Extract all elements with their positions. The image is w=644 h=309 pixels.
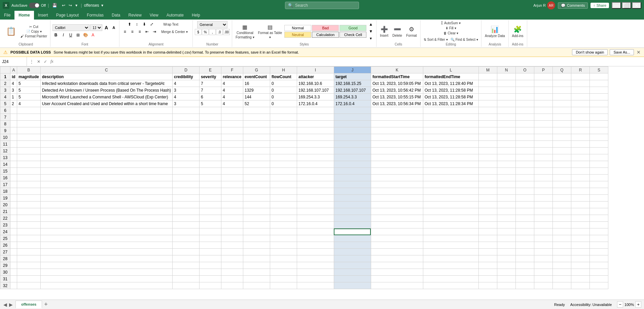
cell-j25[interactable] xyxy=(334,235,371,242)
row-num-22[interactable]: 22 xyxy=(0,215,10,222)
cell-l28[interactable] xyxy=(423,255,478,262)
row-num-11[interactable]: 11 xyxy=(0,141,10,148)
cell-g17[interactable] xyxy=(243,181,270,188)
cell-j24[interactable] xyxy=(334,228,371,235)
cell-o15[interactable] xyxy=(515,168,534,175)
cell-f31[interactable] xyxy=(221,276,243,282)
row-num-2[interactable]: 2 xyxy=(0,80,10,87)
cell-p26[interactable] xyxy=(534,242,552,249)
cell-s22[interactable] xyxy=(589,215,608,222)
cell-j28[interactable] xyxy=(334,255,371,262)
insert-function-button[interactable]: fx xyxy=(49,59,55,64)
cell-j17[interactable] xyxy=(334,181,371,188)
cell-i6[interactable] xyxy=(297,107,334,114)
conditional-formatting-button[interactable]: ▦ Conditional Formatting ▾ xyxy=(234,23,256,40)
cell-i26[interactable] xyxy=(297,242,334,249)
cell-f4[interactable]: 4 xyxy=(221,94,243,100)
cell-m27[interactable] xyxy=(478,249,497,255)
cell-o9[interactable] xyxy=(515,127,534,134)
cell-f17[interactable] xyxy=(221,181,243,188)
cell-a1[interactable]: id xyxy=(10,73,17,80)
cell-l1[interactable]: formattedEndTime xyxy=(423,73,478,80)
cell-p14[interactable] xyxy=(534,161,552,168)
cell-c19[interactable] xyxy=(40,195,172,202)
cell-q16[interactable] xyxy=(552,175,571,181)
cell-o32[interactable] xyxy=(515,282,534,289)
cell-j22[interactable] xyxy=(334,215,371,222)
cell-q31[interactable] xyxy=(552,276,571,282)
cell-l29[interactable] xyxy=(423,262,478,269)
cell-e30[interactable] xyxy=(199,269,221,276)
cell-n15[interactable] xyxy=(497,168,515,175)
cell-n3[interactable] xyxy=(497,87,515,94)
cell-f6[interactable] xyxy=(221,107,243,114)
cell-r14[interactable] xyxy=(571,161,589,168)
cell-n30[interactable] xyxy=(497,269,515,276)
analyze-data-button[interactable]: 📊 Analyze Data xyxy=(484,25,506,38)
cell-e9[interactable] xyxy=(199,127,221,134)
cell-b18[interactable] xyxy=(17,188,41,195)
cell-p29[interactable] xyxy=(534,262,552,269)
cell-q8[interactable] xyxy=(552,121,571,127)
cell-p21[interactable] xyxy=(534,208,552,215)
cell-d14[interactable] xyxy=(172,161,199,168)
cell-a24[interactable] xyxy=(10,228,17,235)
cell-p15[interactable] xyxy=(534,168,552,175)
cell-b26[interactable] xyxy=(17,242,41,249)
cell-s31[interactable] xyxy=(589,276,608,282)
cell-e21[interactable] xyxy=(199,208,221,215)
cell-o18[interactable] xyxy=(515,188,534,195)
cell-m16[interactable] xyxy=(478,175,497,181)
cell-d32[interactable] xyxy=(172,282,199,289)
cell-q30[interactable] xyxy=(552,269,571,276)
cell-n17[interactable] xyxy=(497,181,515,188)
cell-f3[interactable]: 4 xyxy=(221,87,243,94)
cell-h3[interactable]: 0 xyxy=(270,87,297,94)
cell-e28[interactable] xyxy=(199,255,221,262)
cell-b25[interactable] xyxy=(17,235,41,242)
cell-s2[interactable] xyxy=(589,80,608,87)
cell-h20[interactable] xyxy=(270,202,297,208)
cell-r10[interactable] xyxy=(571,134,589,141)
cell-s24[interactable] xyxy=(589,228,608,235)
cell-q20[interactable] xyxy=(552,202,571,208)
cell-k20[interactable] xyxy=(371,202,423,208)
cell-h9[interactable] xyxy=(270,127,297,134)
style-check-cell[interactable]: Check Cell xyxy=(339,32,366,38)
cell-r12[interactable] xyxy=(571,148,589,154)
cell-s19[interactable] xyxy=(589,195,608,202)
cell-o2[interactable] xyxy=(515,80,534,87)
cell-n9[interactable] xyxy=(497,127,515,134)
cell-l11[interactable] xyxy=(423,141,478,148)
cell-k2[interactable]: Oct 13, 2023, 10:59:05 PM xyxy=(371,80,423,87)
row-num-26[interactable]: 26 xyxy=(0,242,10,249)
expand-formula-button[interactable]: ⋮ xyxy=(28,59,35,64)
cell-c24[interactable] xyxy=(40,228,172,235)
cell-c30[interactable] xyxy=(40,269,172,276)
cell-g14[interactable] xyxy=(243,161,270,168)
cell-j18[interactable] xyxy=(334,188,371,195)
cell-f16[interactable] xyxy=(221,175,243,181)
cell-k14[interactable] xyxy=(371,161,423,168)
cell-k31[interactable] xyxy=(371,276,423,282)
col-header-f[interactable]: F xyxy=(221,67,243,73)
cell-p25[interactable] xyxy=(534,235,552,242)
cell-m24[interactable] xyxy=(478,228,497,235)
cell-i21[interactable] xyxy=(297,208,334,215)
cell-s11[interactable] xyxy=(589,141,608,148)
cell-f32[interactable] xyxy=(221,282,243,289)
cell-j27[interactable] xyxy=(334,249,371,255)
cell-j19[interactable] xyxy=(334,195,371,202)
cell-l2[interactable]: Oct 13, 2023, 11:28:40 PM xyxy=(423,80,478,87)
cell-k6[interactable] xyxy=(371,107,423,114)
decrease-font-button[interactable]: A xyxy=(110,24,117,31)
tab-automate[interactable]: Automate xyxy=(163,11,188,20)
cell-m10[interactable] xyxy=(478,134,497,141)
cell-c10[interactable] xyxy=(40,134,172,141)
row-num-10[interactable]: 10 xyxy=(0,134,10,141)
cell-n31[interactable] xyxy=(497,276,515,282)
cell-l25[interactable] xyxy=(423,235,478,242)
cell-e31[interactable] xyxy=(199,276,221,282)
cell-g15[interactable] xyxy=(243,168,270,175)
cell-k17[interactable] xyxy=(371,181,423,188)
